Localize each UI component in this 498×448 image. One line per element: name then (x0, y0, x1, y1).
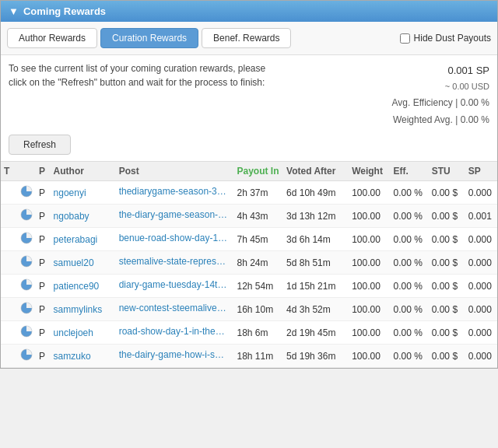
cell-eff: 0.00 % (390, 321, 428, 345)
cell-type: P (36, 298, 50, 321)
avg-efficiency: Avg. Efficiency | 0.00 % (392, 95, 489, 112)
cell-post[interactable]: steemalive-state-represe... (116, 251, 234, 275)
widget-header: ▼ Coming Rewards (1, 1, 497, 22)
cell-sp: 0.000 (465, 228, 497, 251)
tab-author-rewards[interactable]: Author Rewards (7, 28, 97, 48)
tab-benef-rewards[interactable]: Benef. Rewards (202, 28, 291, 48)
cell-payout-in: 4h 43m (233, 205, 283, 228)
cell-weight: 100.00 (349, 345, 390, 368)
coming-rewards-widget: ▼ Coming Rewards Author Rewards Curation… (0, 0, 498, 369)
cell-author[interactable]: samuel20 (51, 251, 116, 275)
cell-post[interactable]: thediarygame-season-3-... (116, 181, 234, 205)
cell-weight: 100.00 (349, 228, 390, 251)
cell-t (1, 205, 17, 228)
cell-sp: 0.000 (465, 345, 497, 368)
table-row: P samuel20 steemalive-state-represe... 8… (1, 251, 497, 275)
cell-type: P (36, 205, 50, 228)
cell-eff: 0.00 % (390, 251, 428, 275)
cell-author[interactable]: samzuko (51, 345, 116, 368)
cell-pie-icon (17, 205, 37, 228)
cell-post[interactable]: the-dairy-game-how-i-sp... (116, 345, 234, 368)
cell-type: P (36, 275, 50, 298)
cell-eff: 0.00 % (390, 345, 428, 368)
table-header-row: T P Author Post Payout In Voted After We… (1, 162, 497, 181)
cell-author[interactable]: sammylinks (51, 298, 116, 321)
refresh-button[interactable]: Refresh (9, 135, 71, 155)
collapse-arrow-icon[interactable]: ▼ (9, 5, 19, 17)
cell-sp: 0.000 (465, 321, 497, 345)
col-header-sp: SP (465, 162, 497, 181)
cell-pie-icon (17, 275, 37, 298)
cell-weight: 100.00 (349, 321, 390, 345)
col-header-stu: STU (429, 162, 465, 181)
cell-voted-after: 3d 13h 12m (283, 205, 349, 228)
cell-post[interactable]: new-contest-steemalive-... (116, 298, 234, 321)
col-header-author: Author (51, 162, 116, 181)
col-header-post: Post (116, 162, 234, 181)
cell-post[interactable]: diary-game-tuesday-14th... (116, 275, 234, 298)
cell-author[interactable]: peterabagi (51, 228, 116, 251)
cell-sp: 0.000 (465, 251, 497, 275)
col-header-t: T (1, 162, 17, 181)
cell-eff: 0.00 % (390, 205, 428, 228)
usd-value: ~ 0.00 USD (392, 79, 489, 95)
table-row: P patience90 diary-game-tuesday-14th... … (1, 275, 497, 298)
cell-t (1, 228, 17, 251)
tab-curation-rewards[interactable]: Curation Rewards (100, 28, 198, 48)
cell-t (1, 275, 17, 298)
cell-post[interactable]: the-diary-game-season-3... (116, 205, 234, 228)
cell-pie-icon (17, 181, 37, 205)
table-row: P ngobaby the-diary-game-season-3... 4h … (1, 205, 497, 228)
cell-type: P (36, 345, 50, 368)
table-row: P unclejoeh road-show-day-1-in-the-c... … (1, 321, 497, 345)
cell-author[interactable]: unclejoeh (51, 321, 116, 345)
cell-stu: 0.00 $ (429, 298, 465, 321)
cell-author[interactable]: ngoenyi (51, 181, 116, 205)
col-header-weight: Weight (349, 162, 390, 181)
cell-pie-icon (17, 298, 37, 321)
cell-payout-in: 18h 6m (233, 321, 283, 345)
col-header-type: P (36, 162, 50, 181)
cell-t (1, 181, 17, 205)
widget-title: Coming Rewards (23, 5, 106, 17)
cell-pie-icon (17, 251, 37, 275)
refresh-row: Refresh (1, 131, 497, 161)
weighted-avg: Weighted Avg. | 0.00 % (392, 112, 489, 129)
cell-eff: 0.00 % (390, 298, 428, 321)
cell-type: P (36, 321, 50, 345)
cell-t (1, 298, 17, 321)
cell-stu: 0.00 $ (429, 205, 465, 228)
table-row: P ngoenyi thediarygame-season-3-... 2h 3… (1, 181, 497, 205)
col-header-icon (17, 162, 37, 181)
table-body: P ngoenyi thediarygame-season-3-... 2h 3… (1, 181, 497, 368)
cell-payout-in: 18h 11m (233, 345, 283, 368)
cell-payout-in: 7h 45m (233, 228, 283, 251)
table-row: P sammylinks new-contest-steemalive-... … (1, 298, 497, 321)
cell-t (1, 345, 17, 368)
cell-weight: 100.00 (349, 251, 390, 275)
cell-weight: 100.00 (349, 275, 390, 298)
cell-eff: 0.00 % (390, 275, 428, 298)
cell-voted-after: 2d 19h 45m (283, 321, 349, 345)
cell-post[interactable]: benue-road-show-day-1-... (116, 228, 234, 251)
cell-payout-in: 16h 10m (233, 298, 283, 321)
cell-t (1, 321, 17, 345)
cell-post[interactable]: road-show-day-1-in-the-c... (116, 321, 234, 345)
cell-author[interactable]: patience90 (51, 275, 116, 298)
hide-dust-label[interactable]: Hide Dust Payouts (400, 33, 491, 44)
cell-voted-after: 3d 6h 14m (283, 228, 349, 251)
cell-eff: 0.00 % (390, 228, 428, 251)
cell-payout-in: 2h 37m (233, 181, 283, 205)
cell-voted-after: 4d 3h 52m (283, 298, 349, 321)
avg-eff-label: Avg. Efficiency (392, 97, 453, 108)
cell-author[interactable]: ngobaby (51, 205, 116, 228)
cell-sp: 0.001 (465, 205, 497, 228)
hide-dust-checkbox[interactable] (400, 33, 410, 44)
cell-type: P (36, 251, 50, 275)
weighted-value: 0.00 % (461, 114, 489, 125)
cell-payout-in: 12h 54m (233, 275, 283, 298)
weighted-label: Weighted Avg. (393, 114, 453, 125)
cell-voted-after: 5d 19h 36m (283, 345, 349, 368)
hide-dust-text: Hide Dust Payouts (414, 33, 491, 44)
cell-stu: 0.00 $ (429, 275, 465, 298)
